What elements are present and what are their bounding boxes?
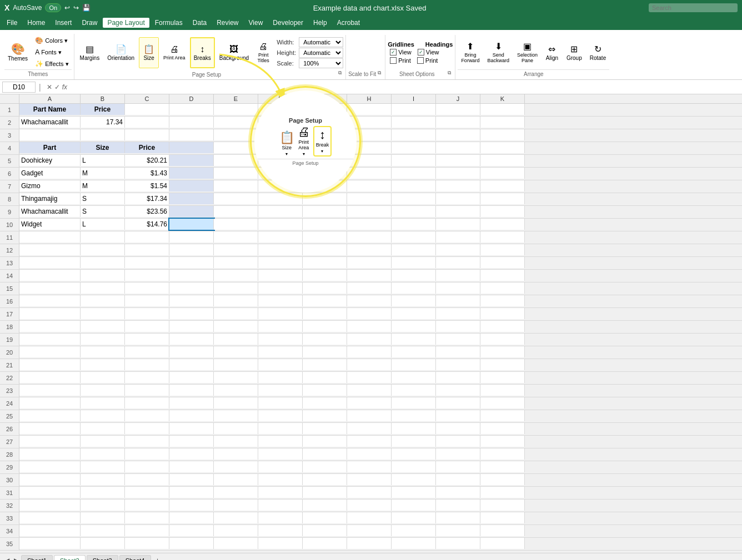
cell-e25[interactable] [214,410,258,421]
cell-j27[interactable] [436,436,480,447]
cell-i34[interactable] [392,525,436,536]
cell-e32[interactable] [214,500,258,511]
cell-d35[interactable] [169,538,214,549]
cell-h4[interactable] [347,142,392,153]
cell-i10[interactable] [392,219,436,230]
cell-f31[interactable] [258,487,303,498]
cell-g14[interactable] [303,270,347,281]
cell-g24[interactable] [303,397,347,408]
cell-f27[interactable] [258,436,303,447]
height-select[interactable]: Automatic [299,48,343,58]
cell-j19[interactable] [436,334,480,345]
cell-i25[interactable] [392,410,436,421]
cell-b2[interactable]: 17.34 [81,117,125,128]
cell-c7[interactable]: $1.54 [125,180,169,191]
cell-e4[interactable] [214,142,258,153]
cell-c27[interactable] [125,436,169,447]
cell-f9[interactable] [258,206,303,217]
cell-i17[interactable] [392,308,436,319]
align-button[interactable]: ⇔ Align [542,37,562,68]
cell-f6[interactable] [258,168,303,179]
cell-j4[interactable] [436,142,480,153]
cell-e5[interactable] [214,155,258,166]
cell-f30[interactable] [258,474,303,485]
cell-c19[interactable] [125,334,169,345]
cell-d7[interactable] [169,180,214,191]
cell-k23[interactable] [480,385,525,396]
cell-g6[interactable] [303,168,347,179]
cell-k27[interactable] [480,436,525,447]
cell-k31[interactable] [480,487,525,498]
cell-i16[interactable] [392,295,436,306]
cell-c13[interactable] [125,257,169,268]
cell-h5[interactable] [347,155,392,166]
cell-b7[interactable]: M [81,180,125,191]
cell-e2[interactable] [214,117,258,128]
cell-f4[interactable] [258,142,303,153]
cell-c6[interactable]: $1.43 [125,168,169,179]
cell-g3[interactable] [303,129,347,140]
cell-d18[interactable] [169,321,214,332]
cell-e16[interactable] [214,295,258,306]
cell-f24[interactable] [258,397,303,408]
cell-h34[interactable] [347,525,392,536]
cell-e6[interactable] [214,168,258,179]
cell-h28[interactable] [347,448,392,460]
orientation-button[interactable]: 📄 Orientation [104,37,138,68]
bring-forward-button[interactable]: ⬆ BringForward [458,37,483,68]
cell-e9[interactable] [214,206,258,217]
cell-e8[interactable] [214,193,258,204]
cell-j13[interactable] [436,257,480,268]
cell-a13[interactable] [19,257,81,268]
cell-g10[interactable] [303,219,347,230]
cell-b26[interactable] [81,423,125,434]
cell-h13[interactable] [347,257,392,268]
cell-a35[interactable] [19,538,81,549]
cell-h22[interactable] [347,372,392,383]
cell-h1[interactable] [347,104,392,115]
cell-j26[interactable] [436,423,480,434]
sheet-tab-sheet1[interactable]: Sheet1 [21,555,53,560]
cell-h12[interactable] [347,244,392,255]
cell-c4[interactable]: Price [125,142,169,153]
cell-k26[interactable] [480,423,525,434]
cell-b12[interactable] [81,244,125,255]
cell-i29[interactable] [392,461,436,472]
cell-j24[interactable] [436,397,480,408]
cell-b11[interactable] [81,231,125,243]
cell-e7[interactable] [214,180,258,191]
cell-e12[interactable] [214,244,258,255]
cell-h19[interactable] [347,334,392,345]
cell-a5[interactable]: Doohickey [19,155,81,166]
cell-i23[interactable] [392,385,436,396]
cell-b6[interactable]: M [81,168,125,179]
cell-h18[interactable] [347,321,392,332]
cell-f22[interactable] [258,372,303,383]
cell-j11[interactable] [436,231,480,243]
col-header-a[interactable]: A [19,94,81,103]
cell-h17[interactable] [347,308,392,319]
cell-h27[interactable] [347,436,392,447]
cell-c35[interactable] [125,538,169,549]
cell-f29[interactable] [258,461,303,472]
cell-d23[interactable] [169,385,214,396]
cell-k29[interactable] [480,461,525,472]
cell-e24[interactable] [214,397,258,408]
cell-f13[interactable] [258,257,303,268]
cell-g34[interactable] [303,525,347,536]
cell-j14[interactable] [436,270,480,281]
cell-g29[interactable] [303,461,347,472]
cell-j32[interactable] [436,500,480,511]
menu-review[interactable]: Review [212,18,243,28]
cell-j34[interactable] [436,525,480,536]
cell-i15[interactable] [392,282,436,294]
cell-f17[interactable] [258,308,303,319]
cell-j22[interactable] [436,372,480,383]
cell-g28[interactable] [303,448,347,460]
cell-k9[interactable] [480,206,525,217]
cell-b16[interactable] [81,295,125,306]
col-header-b[interactable]: B [81,94,125,103]
cell-f11[interactable] [258,231,303,243]
size-button[interactable]: 📋 Size [139,37,159,68]
cell-k7[interactable] [480,180,525,191]
